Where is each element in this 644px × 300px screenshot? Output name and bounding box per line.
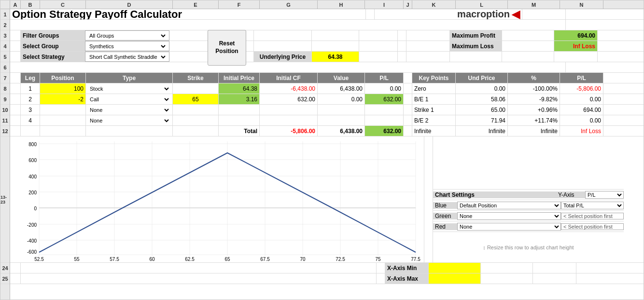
leg1-strike: [173, 83, 219, 94]
total-pl: 632.00: [365, 126, 404, 136]
svg-text:-400: -400: [27, 238, 37, 244]
col-value: Value: [318, 73, 365, 83]
blue-select[interactable]: Default Position: [457, 202, 561, 209]
leg1-num: 1: [21, 83, 40, 94]
filter-groups-dropdown[interactable]: All Groups: [87, 32, 167, 39]
svg-text:72.5: 72.5: [336, 257, 345, 262]
green-dropdown[interactable]: None: [458, 213, 560, 219]
svg-text:62.5: 62.5: [185, 257, 195, 262]
leg2-num: 2: [21, 94, 40, 104]
leg3-type[interactable]: None: [86, 105, 173, 115]
kp-infinite-price: Infinite: [456, 126, 508, 136]
leg4-strike: [173, 115, 219, 125]
svg-text:70: 70: [300, 257, 306, 262]
kp-be1-pl: 0.00: [560, 94, 603, 104]
select-strategy-dropdown[interactable]: Short Call Synthetic Straddle: [87, 54, 167, 60]
leg2-position: -2: [40, 94, 86, 104]
svg-text:77.5: 77.5: [411, 257, 420, 262]
payoff-chart: 800 600 400 200 0 -200 -400 -600: [10, 136, 424, 263]
leg4-pl: [365, 115, 404, 125]
leg4-type[interactable]: None: [86, 115, 173, 125]
x-axis-min-value[interactable]: [429, 263, 481, 273]
chart-row: 800 600 400 200 0 -200 -400 -600: [10, 136, 644, 263]
leg2-initial-price: 3.16: [219, 94, 260, 104]
col-und-price: Und Price: [456, 73, 508, 83]
kp-be2-label: B/E 2: [412, 115, 456, 125]
kp-strike1-label: Strike 1: [412, 105, 456, 115]
leg1-pl: 0.00: [365, 83, 404, 94]
col-pl-right: P/L: [560, 73, 603, 83]
svg-text:75: 75: [375, 257, 381, 262]
reset-position-btn-inner[interactable]: ResetPosition: [208, 30, 246, 66]
leg2-strike: 65: [173, 94, 219, 104]
blue-right-dropdown[interactable]: Total P/L: [561, 202, 623, 209]
svg-text:52.5: 52.5: [34, 257, 44, 262]
col-strike: Strike: [173, 73, 219, 83]
y-axis-dropdown[interactable]: P/L: [586, 191, 623, 198]
kp-zero-price: 0.00: [456, 83, 508, 94]
chart-settings-label: Chart Settings: [433, 191, 556, 198]
blue-right-select[interactable]: Total P/L: [561, 202, 624, 209]
x-axis-max-label: X-Axis Max: [385, 273, 429, 284]
green-label: Green: [433, 213, 457, 219]
select-group-label: Select Group: [21, 41, 85, 51]
red-right-value: < Select position first: [561, 223, 624, 230]
red-label: Red: [433, 223, 457, 230]
col-position: Position: [40, 73, 86, 83]
reset-position-button[interactable]: ResetPosition: [208, 30, 246, 66]
row2: [10, 20, 644, 30]
row7-headers: Leg Position Type Strike Initial Price I…: [10, 73, 644, 83]
select-strategy-select[interactable]: Short Call Synthetic Straddle: [85, 52, 169, 62]
leg4-num: 4: [21, 115, 40, 125]
blue-dropdown[interactable]: Default Position: [458, 202, 560, 209]
kp-infinite-pl: Inf Loss: [560, 126, 603, 136]
y-axis-select[interactable]: P/L: [585, 191, 624, 199]
leg1-type[interactable]: Stock: [86, 83, 173, 94]
leg3-position: [40, 105, 86, 115]
red-dropdown[interactable]: None: [458, 223, 560, 230]
filter-groups-select[interactable]: All Groups: [85, 30, 169, 41]
row-numbers: 1 2 3 4 5 6 7 8 9 10 11 12 13-23 24 25: [0, 9, 10, 300]
leg2-row: 2 -2 Call 65 3.16 632.00 0.00 632.00 B/E…: [10, 94, 644, 105]
leg3-pl: [365, 105, 404, 115]
kp-be2-pl: 0.00: [560, 115, 603, 125]
svg-text:67.5: 67.5: [260, 257, 270, 262]
select-group-dropdown[interactable]: Synthetics: [87, 43, 167, 50]
row6: [10, 62, 644, 73]
svg-text:200: 200: [28, 190, 37, 195]
leg2-pl: 632.00: [365, 94, 404, 104]
select-strategy-label: Select Strategy: [21, 52, 85, 62]
svg-text:400: 400: [28, 174, 37, 179]
col-initial-cf: Initial CF: [260, 73, 318, 83]
kp-be1-price: 58.06: [456, 94, 508, 104]
max-profit-value: 694.00: [554, 30, 598, 41]
leg3-cf: [260, 105, 318, 115]
red-select[interactable]: None: [457, 223, 561, 231]
row24-xmin: X-Axis Min: [10, 263, 644, 273]
logo-text: macroption: [457, 9, 510, 19]
col-pl: P/L: [365, 73, 404, 83]
x-axis-max-value[interactable]: [429, 273, 481, 284]
title-row: Option Strategy Payoff Calculator macrop…: [10, 9, 644, 20]
blue-row: Blue Default Position Total P/L: [433, 200, 624, 211]
kp-zero-pl: -5,806.00: [560, 83, 603, 94]
kp-be2-price: 71.94: [456, 115, 508, 125]
col-type: Type: [86, 73, 173, 83]
select-group-select[interactable]: Synthetics: [85, 41, 169, 51]
leg1-value: 6,438.00: [318, 83, 365, 94]
leg1-row: 1 100 Stock 64.38 -6,438.00 6,438.00 0.0…: [10, 83, 644, 94]
row25-xmax: X-Axis Max: [10, 273, 644, 284]
underlying-price-value: 64.38: [312, 52, 359, 62]
y-axis-label: Y-Axis: [556, 191, 585, 198]
kp-strike1-pl: 694.00: [560, 105, 603, 115]
resize-hint: ↕ Resize this row to adjust chart height: [433, 232, 624, 263]
kp-zero-pct: -100.00%: [508, 83, 560, 94]
leg2-type[interactable]: Call: [86, 94, 173, 104]
chart-area: 800 600 400 200 0 -200 -400 -600: [10, 136, 424, 263]
svg-text:-600: -600: [27, 249, 37, 255]
kp-be1-label: B/E 1: [412, 94, 456, 104]
kp-zero-label: Zero: [412, 83, 456, 94]
svg-text:0: 0: [34, 206, 37, 211]
green-select[interactable]: None: [457, 212, 561, 220]
leg2-cf: 632.00: [260, 94, 318, 104]
